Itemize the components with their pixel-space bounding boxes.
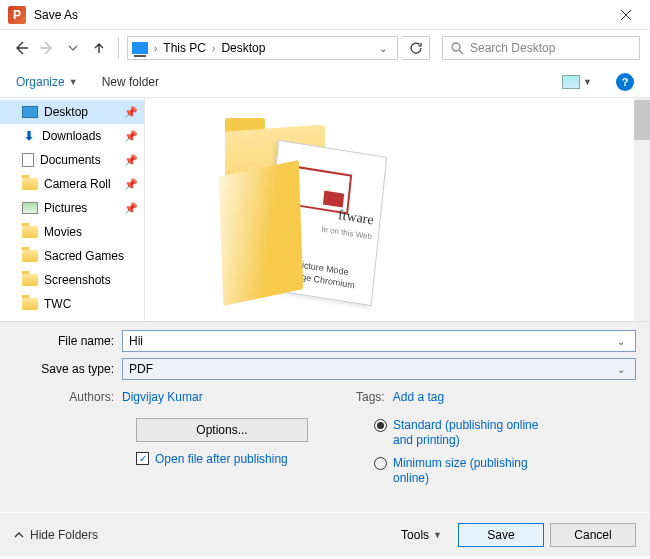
window-title: Save As: [34, 8, 78, 22]
chevron-down-icon: ▼: [583, 77, 592, 87]
standard-radio[interactable]: Standard (publishing online and printing…: [374, 418, 636, 448]
filename-label: File name:: [14, 334, 122, 348]
sidebar-item-label: Movies: [44, 225, 82, 239]
forward-button[interactable]: [36, 37, 58, 59]
navigation-bar: › This PC › Desktop ⌄: [0, 30, 650, 66]
folder-preview[interactable]: ftware le on this Web re-In-Picture Mode…: [215, 118, 365, 298]
address-bar[interactable]: › This PC › Desktop ⌄: [127, 36, 398, 60]
authors-value[interactable]: Digvijay Kumar: [122, 390, 203, 404]
refresh-icon: [409, 41, 423, 55]
sidebar-item-twc[interactable]: TWC: [0, 292, 144, 316]
sidebar-item-label: Documents: [40, 153, 101, 167]
radio-icon: [374, 457, 387, 470]
pc-icon: [132, 42, 148, 54]
view-menu[interactable]: ▼: [562, 75, 592, 89]
file-browser: Desktop 📌 ⬇ Downloads 📌 Documents 📌 Came…: [0, 98, 650, 322]
tools-label: Tools: [401, 528, 429, 542]
filename-value: Hii: [129, 334, 143, 348]
sidebar-item-camera-roll[interactable]: Camera Roll 📌: [0, 172, 144, 196]
hide-folders-button[interactable]: Hide Folders: [14, 528, 98, 542]
sidebar-item-movies[interactable]: Movies: [0, 220, 144, 244]
options-button[interactable]: Options...: [136, 418, 308, 442]
pin-icon: 📌: [124, 130, 138, 143]
savetype-select[interactable]: PDF ⌄: [122, 358, 636, 380]
folder-icon: [22, 298, 38, 310]
sidebar-item-downloads[interactable]: ⬇ Downloads 📌: [0, 124, 144, 148]
new-folder-button[interactable]: New folder: [102, 75, 159, 89]
back-button[interactable]: [10, 37, 32, 59]
close-icon: [620, 9, 632, 21]
footer: Hide Folders Tools ▼ Save Cancel: [0, 512, 650, 556]
pictures-icon: [22, 202, 38, 214]
up-button[interactable]: [88, 37, 110, 59]
preview-text: ftware: [337, 207, 374, 229]
chevron-down-icon: ▼: [69, 77, 78, 87]
cancel-button[interactable]: Cancel: [550, 523, 636, 547]
folder-icon: [22, 226, 38, 238]
save-button[interactable]: Save: [458, 523, 544, 547]
pin-icon: 📌: [124, 178, 138, 191]
open-after-checkbox[interactable]: ✓ Open file after publishing: [136, 452, 314, 466]
minimum-label: Minimum size (publishing online): [393, 456, 543, 486]
search-icon: [451, 42, 464, 55]
sidebar-item-pictures[interactable]: Pictures 📌: [0, 196, 144, 220]
sidebar-item-sacred-games[interactable]: Sacred Games: [0, 244, 144, 268]
download-icon: ⬇: [22, 129, 36, 143]
savetype-value: PDF: [129, 362, 153, 376]
chevron-right-icon: ›: [154, 43, 157, 54]
sidebar-item-documents[interactable]: Documents 📌: [0, 148, 144, 172]
minimum-radio[interactable]: Minimum size (publishing online): [374, 456, 636, 486]
hide-folders-label: Hide Folders: [30, 528, 98, 542]
view-icon: [562, 75, 580, 89]
arrow-left-icon: [13, 40, 29, 56]
document-icon: [22, 153, 34, 167]
organize-label: Organize: [16, 75, 65, 89]
breadcrumb-root[interactable]: This PC: [163, 41, 206, 55]
open-after-label: Open file after publishing: [155, 452, 288, 466]
refresh-button[interactable]: [402, 36, 430, 60]
sidebar-item-label: TWC: [44, 297, 71, 311]
sidebar-item-label: Screenshots: [44, 273, 111, 287]
help-button[interactable]: ?: [616, 73, 634, 91]
radio-icon: [374, 419, 387, 432]
sidebar-item-screenshots[interactable]: Screenshots: [0, 268, 144, 292]
filename-input[interactable]: Hii ⌄: [122, 330, 636, 352]
standard-label: Standard (publishing online and printing…: [393, 418, 543, 448]
desktop-icon: [22, 106, 38, 118]
sidebar-item-desktop[interactable]: Desktop 📌: [0, 100, 144, 124]
address-dropdown[interactable]: ⌄: [373, 43, 393, 54]
recent-button[interactable]: [62, 37, 84, 59]
checkbox-icon: ✓: [136, 452, 149, 465]
organize-menu[interactable]: Organize ▼: [16, 75, 78, 89]
savetype-label: Save as type:: [14, 362, 122, 376]
authors-label: Authors:: [52, 390, 114, 404]
tools-menu[interactable]: Tools ▼: [401, 528, 442, 542]
sidebar: Desktop 📌 ⬇ Downloads 📌 Documents 📌 Came…: [0, 98, 145, 321]
save-panel: File name: Hii ⌄ Save as type: PDF ⌄ Aut…: [0, 322, 650, 512]
chevron-right-icon: ›: [212, 43, 215, 54]
scrollbar-vertical[interactable]: [634, 98, 650, 321]
search-input[interactable]: [470, 41, 631, 55]
folder-icon: [22, 274, 38, 286]
chevron-down-icon[interactable]: ⌄: [613, 364, 629, 375]
sidebar-item-label: Camera Roll: [44, 177, 111, 191]
sidebar-item-label: Pictures: [44, 201, 87, 215]
pin-icon: 📌: [124, 106, 138, 119]
arrow-right-icon: [39, 40, 55, 56]
chevron-down-icon: ▼: [433, 530, 442, 540]
sidebar-item-label: Downloads: [42, 129, 101, 143]
svg-point-0: [452, 43, 460, 51]
tags-label: Tags:: [351, 390, 385, 404]
tags-value[interactable]: Add a tag: [393, 390, 444, 404]
close-button[interactable]: [603, 0, 648, 30]
content-pane[interactable]: ftware le on this Web re-In-Picture Mode…: [145, 98, 650, 321]
arrow-up-icon: [92, 41, 106, 55]
chevron-down-icon: [68, 43, 78, 53]
pin-icon: 📌: [124, 154, 138, 167]
chevron-down-icon[interactable]: ⌄: [613, 336, 629, 347]
app-icon: P: [8, 6, 26, 24]
title-bar: P Save As: [0, 0, 650, 30]
search-box[interactable]: [442, 36, 640, 60]
breadcrumb-current[interactable]: Desktop: [221, 41, 265, 55]
toolbar: Organize ▼ New folder ▼ ?: [0, 66, 650, 98]
